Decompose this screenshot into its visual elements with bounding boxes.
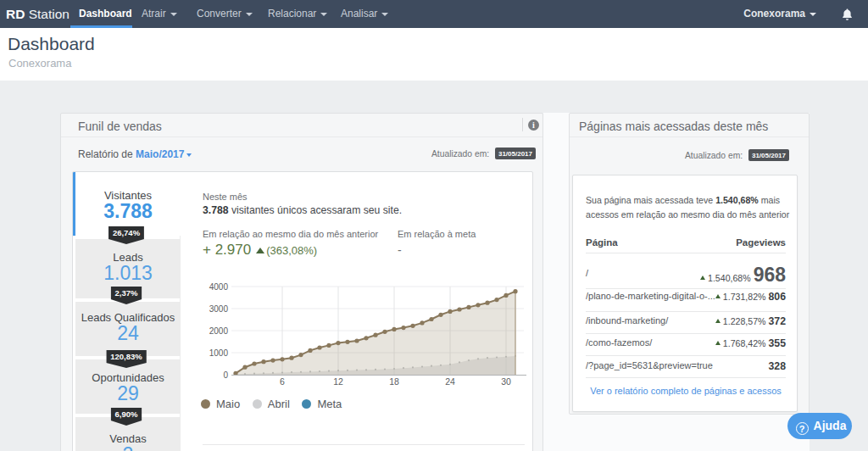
svg-text:24: 24 — [445, 376, 455, 387]
svg-text:2000: 2000 — [209, 326, 229, 336]
svg-text:12: 12 — [333, 376, 343, 387]
svg-text:6: 6 — [280, 376, 285, 387]
svg-text:1000: 1000 — [209, 348, 229, 358]
svg-text:0: 0 — [223, 370, 228, 380]
svg-text:18: 18 — [389, 376, 399, 387]
svg-text:4000: 4000 — [209, 282, 229, 292]
svg-text:30: 30 — [501, 376, 511, 387]
svg-text:3000: 3000 — [209, 304, 229, 314]
